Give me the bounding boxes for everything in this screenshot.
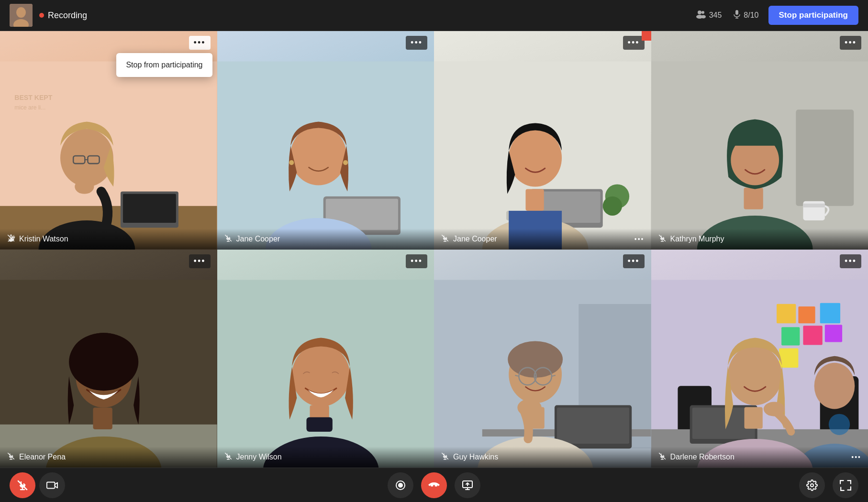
recording-indicator: Recording <box>39 11 87 21</box>
mute-icon-6 <box>441 452 449 462</box>
svg-point-37 <box>509 129 562 187</box>
svg-rect-45 <box>744 188 763 209</box>
recording-label: Recording <box>48 11 87 21</box>
svg-point-99 <box>728 345 782 405</box>
svg-rect-54 <box>93 407 112 429</box>
svg-point-57 <box>71 333 136 381</box>
mic-stat: 8/10 <box>733 10 758 22</box>
mute-icon-2 <box>441 234 449 244</box>
participant-name-5: Jenny Wilson <box>236 453 282 461</box>
svg-point-40 <box>603 196 622 216</box>
svg-rect-83 <box>798 306 815 323</box>
settings-button[interactable] <box>799 472 825 498</box>
stop-participating-button[interactable]: Stop participating <box>768 6 859 25</box>
participant-name-0: Kristin Watson <box>19 235 68 243</box>
svg-rect-69 <box>557 407 629 444</box>
more-options-button-5[interactable]: ••• <box>406 254 427 268</box>
svg-rect-49 <box>803 204 824 207</box>
video-cell-3: ••• Kathryn Murphy <box>651 31 868 250</box>
video-cell-1: ••• Jane Cooper <box>217 31 434 250</box>
video-cell-4: ••• Eleanor Pena <box>0 250 217 468</box>
more-options-button-1[interactable]: ••• <box>406 36 427 50</box>
svg-point-6 <box>701 15 706 18</box>
svg-point-107 <box>811 484 813 487</box>
more-options-button-4[interactable]: ••• <box>189 254 211 268</box>
name-bar-0: Kristin Watson <box>0 229 217 250</box>
svg-rect-88 <box>779 348 798 367</box>
name-bar-5: Jenny Wilson <box>217 447 434 468</box>
name-bar-3: Kathryn Murphy <box>651 229 868 250</box>
svg-rect-85 <box>781 327 800 345</box>
svg-point-94 <box>828 414 849 435</box>
avatar-image <box>10 4 33 27</box>
svg-rect-98 <box>744 407 762 428</box>
mute-icon-0 <box>7 234 15 244</box>
more-options-button-6[interactable]: ••• <box>623 254 645 268</box>
video-cell-7: ••• Darlene Robertson ••• <box>651 250 868 468</box>
name-bar-6: Guy Hawkins <box>434 447 651 468</box>
fullscreen-button[interactable] <box>833 472 858 498</box>
participant-name-2: Jane Cooper <box>453 235 497 243</box>
participant-name-4: Eleanor Pena <box>19 453 66 461</box>
bottom-toolbar <box>0 468 868 502</box>
toolbar-left <box>10 472 65 498</box>
video-cell-2: ••• Jane Cooper ••• <box>434 31 651 250</box>
svg-rect-84 <box>820 303 840 323</box>
video-cell-0: BEST KEPT mice are li... <box>0 31 217 250</box>
header-stats: 345 8/10 <box>696 10 759 22</box>
svg-point-96 <box>814 362 855 409</box>
svg-rect-87 <box>824 325 842 342</box>
participant-name-1: Jane Cooper <box>236 235 280 243</box>
more-options-button-0[interactable]: ••• <box>189 36 211 50</box>
svg-text:mice are li...: mice are li... <box>14 104 45 111</box>
svg-rect-36 <box>525 189 544 211</box>
name-bar-7: Darlene Robertson ••• <box>651 447 868 468</box>
svg-point-4 <box>701 11 704 14</box>
mute-button[interactable] <box>10 472 35 498</box>
share-screen-button[interactable] <box>455 472 480 498</box>
svg-rect-62 <box>306 417 332 431</box>
end-call-button[interactable] <box>421 472 447 498</box>
recording-dot <box>39 13 44 18</box>
dropdown-menu-0: Stop from participating <box>116 53 212 77</box>
mute-icon-7 <box>658 452 667 462</box>
svg-point-29 <box>343 160 348 165</box>
toolbar-right <box>799 472 858 498</box>
mute-icon-4 <box>7 452 15 462</box>
name-bar-more-2[interactable]: ••• <box>634 235 645 243</box>
svg-point-21 <box>75 179 94 194</box>
participants-stat: 345 <box>696 10 722 21</box>
mute-icon-5 <box>224 452 233 462</box>
svg-rect-86 <box>803 326 822 345</box>
svg-rect-103 <box>47 482 55 488</box>
name-bar-1: Jane Cooper <box>217 229 434 250</box>
more-options-button-3[interactable]: ••• <box>840 36 861 50</box>
avatar <box>10 4 33 27</box>
participants-count: 345 <box>709 11 722 20</box>
svg-rect-43 <box>796 109 854 206</box>
header-bar: Recording 345 <box>0 0 868 31</box>
svg-text:BEST KEPT: BEST KEPT <box>14 94 52 101</box>
svg-rect-15 <box>123 194 176 223</box>
svg-point-79 <box>517 399 541 416</box>
mic-icon <box>733 10 741 22</box>
record-button[interactable] <box>388 472 413 498</box>
video-cell-6: ••• Guy Hawkins <box>434 250 651 468</box>
stop-participating-option[interactable]: Stop from participating <box>116 55 212 75</box>
participant-name-3: Kathryn Murphy <box>670 235 724 243</box>
participant-name-6: Guy Hawkins <box>453 453 498 461</box>
mute-icon-1 <box>224 234 233 244</box>
toolbar-center <box>388 472 480 498</box>
camera-button[interactable] <box>39 472 65 498</box>
svg-point-105 <box>399 483 402 487</box>
svg-rect-7 <box>735 10 738 15</box>
svg-point-3 <box>698 11 701 14</box>
name-bar-more-7[interactable]: ••• <box>851 453 861 461</box>
video-cell-5: ••• Jenny Wilson <box>217 250 434 468</box>
more-options-button-7[interactable]: ••• <box>840 254 861 268</box>
svg-rect-82 <box>777 304 796 323</box>
svg-point-1 <box>16 7 26 18</box>
svg-point-17 <box>60 129 113 187</box>
svg-point-27 <box>290 126 346 186</box>
mic-status: 8/10 <box>744 11 758 20</box>
